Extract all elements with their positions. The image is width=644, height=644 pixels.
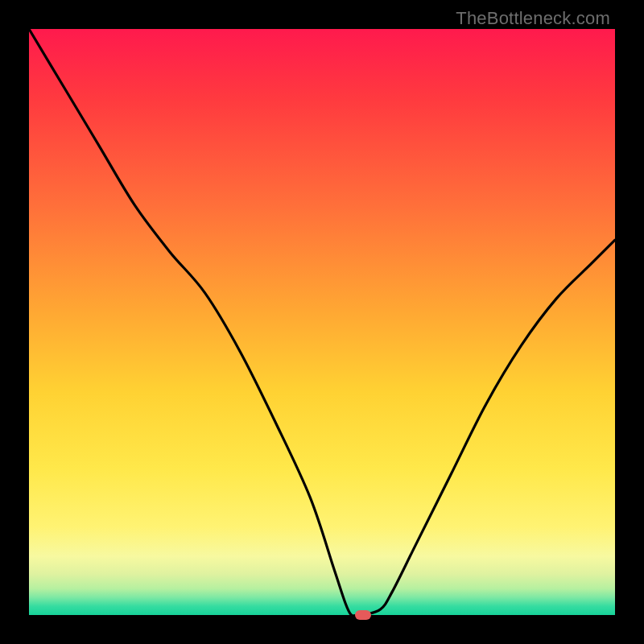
bottleneck-curve — [29, 29, 615, 615]
chart-container: TheBottleneck.com — [0, 0, 644, 644]
curve-layer — [29, 29, 615, 615]
optimum-marker — [355, 610, 371, 620]
plot-area — [29, 29, 615, 615]
watermark-text: TheBottleneck.com — [456, 8, 610, 29]
